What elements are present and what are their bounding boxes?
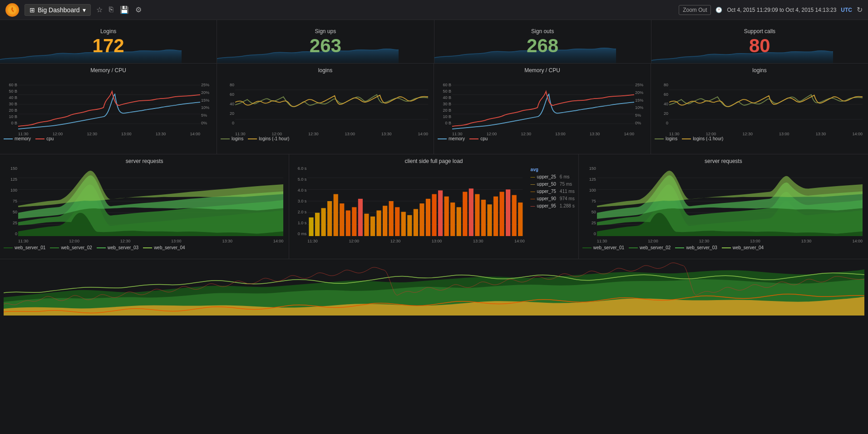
stat-card-signouts: Sign outs 268 [434,20,651,63]
logo-icon [5,3,19,17]
bottom-charts-row: server requests 1501251007550250 [0,154,868,259]
share-icon[interactable]: ⎘ [109,5,113,14]
server-x-2: 11:3012:0012:3013:0013:3014:00 [597,239,863,243]
svg-rect-43 [408,215,412,236]
svg-rect-52 [463,192,468,236]
chevron-down-icon: ▾ [83,6,86,14]
memory2-y-right: 25%20%15%10%5%0% [634,83,647,125]
stat-cards-row: Logins 172 Sign ups 263 Sign outs 268 Su… [0,20,868,64]
server-requests-panel-1: server requests 1501251007550250 [0,154,289,259]
memory-cpu-svg-1 [18,75,200,134]
svg-rect-46 [426,199,430,236]
support-value: 80 [749,36,770,55]
signouts-value: 268 [527,36,558,55]
svg-rect-30 [327,201,332,236]
svg-rect-38 [377,211,381,236]
svg-rect-59 [506,189,510,236]
nav-right: Zoom Out 🕐 Oct 4, 2015 11:29:09 to Oct 4… [679,5,863,15]
logins-title-2: logins [655,67,864,74]
logins-legend-1: logins logins (-1 hour) [221,136,430,141]
memory-cpu-title-2: Memory / CPU [438,67,647,74]
memory-legend-1: memory cpu [4,136,213,141]
server-y-left-1: 1501251007550250 [4,166,18,236]
svg-rect-41 [395,207,399,236]
stat-card-support: Support calls 80 [651,20,868,63]
logins-y-left: 806040200 [221,83,235,125]
signouts-label: Sign outs [531,28,554,35]
page-load-y: 6.0 s5.0 s4.0 s3.0 s2.0 s1.0 s0 ms [293,166,307,236]
page-load-panel: client side full page load 6.0 s5.0 s4.0… [289,154,578,259]
server-legend-2: web_server_01 web_server_02 web_server_0… [582,245,864,250]
server-legend-1: web_server_01 web_server_02 web_server_0… [4,245,285,250]
stat-card-signups: Sign ups 263 [217,20,434,63]
server-x-1: 11:3012:0012:3013:0013:3014:00 [18,239,283,243]
topnav: ⊞ Big Dashboard ▾ ☆ ⎘ 💾 ⚙ Zoom Out 🕐 Oct… [0,0,868,20]
logins2-x-axis: 11:3012:0012:3013:0013:3014:00 [669,132,863,136]
nav-icons: ☆ ⎘ 💾 ⚙ [96,5,142,14]
svg-rect-47 [432,194,437,236]
svg-rect-40 [389,201,394,236]
svg-rect-55 [481,200,486,236]
page-load-x: 11:3012:0012:3013:0013:3014:00 [307,239,524,243]
server-y-left-2: 1501251007550250 [582,166,597,236]
dashboard-name: Big Dashboard [38,6,80,14]
svg-rect-49 [444,197,449,236]
memory2-y-left: 60 B50 B40 B30 B20 B10 B0 B [438,83,452,125]
logins-panel-1: logins 806040200 11:3012:0012:3013:0013:… [217,64,434,154]
svg-rect-39 [383,206,387,236]
server-requests-title-1: server requests [4,158,285,164]
svg-rect-48 [438,190,443,236]
svg-rect-57 [493,197,498,236]
svg-rect-33 [346,211,350,236]
star-icon[interactable]: ☆ [96,5,103,14]
svg-rect-44 [414,209,418,236]
avg-label: avg [531,166,575,173]
svg-rect-45 [420,203,424,236]
dashboard-selector[interactable]: ⊞ Big Dashboard ▾ [25,4,91,16]
page-load-svg [307,166,523,236]
svg-rect-36 [365,214,369,236]
svg-rect-35 [358,199,363,236]
memory-cpu-title-1: Memory / CPU [4,67,213,74]
logins-svg-1 [235,75,428,134]
refresh-icon[interactable]: ↻ [857,5,863,14]
memory2-x-axis: 11:3012:0012:3013:0013:3014:00 [452,132,634,136]
svg-rect-60 [512,195,517,236]
logins-panel-2: logins 806040200 11:3012:0012:3013:0013:… [651,64,868,154]
time-range: Oct 4, 2015 11:29:09 to Oct 4, 2015 14:1… [727,7,836,13]
logins-x-axis: 11:3012:0012:3013:0013:3014:00 [235,132,428,136]
server-requests-svg-1 [18,166,283,236]
logins-title-1: logins [221,67,430,74]
memory-legend-2: memory cpu [438,136,647,141]
svg-rect-61 [518,202,523,236]
chart-grid-row1: Memory / CPU 60 B50 B40 B30 B20 B10 B0 B… [0,64,868,154]
svg-rect-28 [315,213,320,236]
memory-x-axis: 11:3012:0012:3013:0013:3014:00 [18,132,200,136]
page-load-title: client side full page load [293,158,574,164]
svg-rect-51 [457,207,461,236]
server-requests-svg-2 [597,166,863,236]
memory-cpu-panel-1: Memory / CPU 60 B50 B40 B30 B20 B10 B0 B… [0,64,217,154]
footer-svg [4,261,864,316]
utc-badge[interactable]: UTC [841,7,852,13]
svg-rect-31 [334,194,338,236]
server-requests-panel-2: server requests 1501251007550250 11:3012… [579,154,868,259]
page-load-legend: avg —upper_256 ms —upper_5075 ms —upper_… [531,166,575,210]
save-icon[interactable]: 💾 [120,5,129,14]
logins-svg-2 [669,75,863,134]
server-requests-title-2: server requests [582,158,864,164]
svg-rect-37 [370,217,375,236]
logins-legend-2: logins logins (-1 hour) [655,136,864,141]
memory-y-right: 25%20%15%10%5%0% [200,83,213,125]
clock-icon: 🕐 [715,7,722,13]
zoom-out-button[interactable]: Zoom Out [679,5,711,15]
svg-rect-27 [309,217,314,236]
svg-rect-34 [352,207,357,236]
grid-icon: ⊞ [30,6,35,14]
settings-icon[interactable]: ⚙ [135,5,142,14]
memory-y-left: 60 B50 B40 B30 B20 B10 B0 B [4,83,18,125]
stat-card-logins: Logins 172 [0,20,217,63]
signups-label: Sign ups [315,28,336,35]
svg-rect-54 [475,194,480,236]
support-label: Support calls [744,28,775,35]
